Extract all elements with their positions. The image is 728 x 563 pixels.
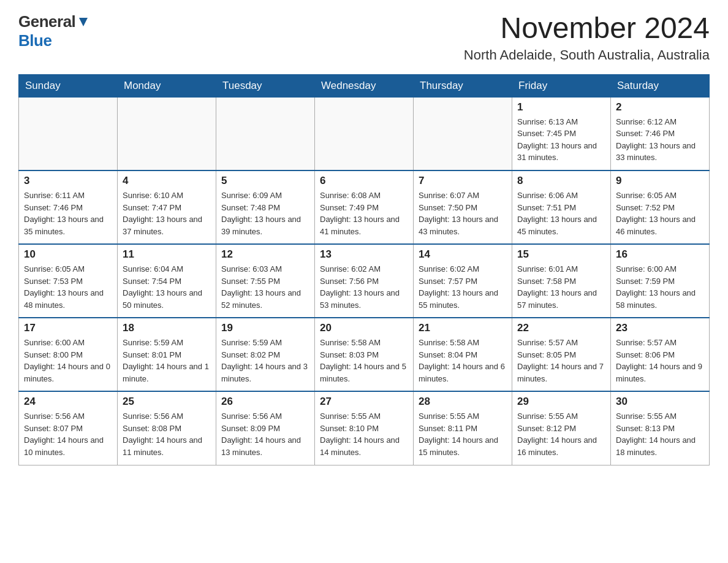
day-number: 1 [517, 101, 605, 113]
day-info: Sunrise: 6:07 AMSunset: 7:50 PMDaylight:… [419, 190, 507, 237]
calendar-cell: 9Sunrise: 6:05 AMSunset: 7:52 PMDaylight… [611, 170, 710, 244]
day-number: 25 [123, 396, 211, 408]
day-info: Sunrise: 5:59 AMSunset: 8:01 PMDaylight:… [123, 337, 211, 385]
calendar-cell: 2Sunrise: 6:12 AMSunset: 7:46 PMDaylight… [611, 97, 710, 170]
day-info: Sunrise: 5:55 AMSunset: 8:12 PMDaylight:… [517, 410, 605, 458]
day-info: Sunrise: 6:09 AMSunset: 7:48 PMDaylight:… [221, 190, 309, 237]
header-friday: Friday [512, 74, 611, 97]
calendar-cell: 12Sunrise: 6:03 AMSunset: 7:55 PMDayligh… [216, 244, 315, 318]
day-number: 24 [24, 396, 112, 408]
day-number: 21 [419, 322, 507, 334]
title-block: November 2024 North Adelaide, South Aust… [464, 12, 710, 63]
day-number: 18 [123, 322, 211, 334]
day-number: 2 [616, 101, 704, 113]
day-number: 15 [517, 248, 605, 261]
calendar-cell: 17Sunrise: 6:00 AMSunset: 8:00 PMDayligh… [19, 318, 118, 391]
day-number: 13 [320, 248, 408, 261]
day-number: 27 [320, 396, 408, 408]
logo-general-text: General [18, 12, 90, 31]
day-number: 17 [24, 322, 112, 334]
day-number: 30 [616, 396, 704, 408]
day-info: Sunrise: 5:59 AMSunset: 8:02 PMDaylight:… [221, 337, 309, 385]
calendar-cell: 5Sunrise: 6:09 AMSunset: 7:48 PMDaylight… [216, 170, 315, 244]
header-tuesday: Tuesday [216, 74, 315, 97]
calendar-cell: 16Sunrise: 6:00 AMSunset: 7:59 PMDayligh… [611, 244, 710, 318]
calendar-cell: 14Sunrise: 6:02 AMSunset: 7:57 PMDayligh… [414, 244, 512, 318]
day-info: Sunrise: 5:57 AMSunset: 8:05 PMDaylight:… [517, 337, 605, 385]
calendar-cell: 23Sunrise: 5:57 AMSunset: 8:06 PMDayligh… [611, 318, 710, 391]
day-number: 3 [24, 175, 112, 187]
day-number: 10 [24, 248, 112, 261]
day-info: Sunrise: 6:05 AMSunset: 7:52 PMDaylight:… [616, 190, 704, 237]
logo-blue-text: Blue [18, 31, 51, 50]
calendar-cell [216, 97, 315, 170]
day-info: Sunrise: 6:00 AMSunset: 7:59 PMDaylight:… [616, 263, 704, 311]
day-info: Sunrise: 6:02 AMSunset: 7:56 PMDaylight:… [320, 263, 408, 311]
day-info: Sunrise: 6:13 AMSunset: 7:45 PMDaylight:… [517, 116, 605, 164]
day-info: Sunrise: 5:55 AMSunset: 8:13 PMDaylight:… [616, 410, 704, 458]
calendar-cell: 30Sunrise: 5:55 AMSunset: 8:13 PMDayligh… [611, 391, 710, 465]
calendar-cell: 7Sunrise: 6:07 AMSunset: 7:50 PMDaylight… [414, 170, 512, 244]
day-number: 20 [320, 322, 408, 334]
day-info: Sunrise: 6:12 AMSunset: 7:46 PMDaylight:… [616, 116, 704, 164]
header-wednesday: Wednesday [315, 74, 414, 97]
day-info: Sunrise: 5:56 AMSunset: 8:08 PMDaylight:… [123, 410, 211, 458]
day-info: Sunrise: 6:00 AMSunset: 8:00 PMDaylight:… [24, 337, 112, 385]
page-header: General Blue November 2024 North Adelaid… [18, 12, 710, 63]
day-info: Sunrise: 6:05 AMSunset: 7:53 PMDaylight:… [24, 263, 112, 311]
logo-triangle-icon [77, 15, 90, 29]
calendar-header-row: Sunday Monday Tuesday Wednesday Thursday… [19, 74, 710, 97]
calendar-cell: 8Sunrise: 6:06 AMSunset: 7:51 PMDaylight… [512, 170, 611, 244]
day-number: 28 [419, 396, 507, 408]
day-info: Sunrise: 5:56 AMSunset: 8:09 PMDaylight:… [221, 410, 309, 458]
calendar-cell: 11Sunrise: 6:04 AMSunset: 7:54 PMDayligh… [118, 244, 216, 318]
day-number: 9 [616, 175, 704, 187]
calendar-cell: 29Sunrise: 5:55 AMSunset: 8:12 PMDayligh… [512, 391, 611, 465]
calendar-cell [414, 97, 512, 170]
day-number: 11 [123, 248, 211, 261]
day-info: Sunrise: 5:55 AMSunset: 8:11 PMDaylight:… [419, 410, 507, 458]
day-number: 5 [221, 175, 309, 187]
logo: General Blue [18, 12, 90, 50]
calendar-cell: 6Sunrise: 6:08 AMSunset: 7:49 PMDaylight… [315, 170, 414, 244]
header-sunday: Sunday [19, 74, 118, 97]
day-number: 7 [419, 175, 507, 187]
calendar-cell: 3Sunrise: 6:11 AMSunset: 7:46 PMDaylight… [19, 170, 118, 244]
day-number: 6 [320, 175, 408, 187]
day-number: 12 [221, 248, 309, 261]
calendar-cell: 19Sunrise: 5:59 AMSunset: 8:02 PMDayligh… [216, 318, 315, 391]
day-number: 19 [221, 322, 309, 334]
calendar-cell: 13Sunrise: 6:02 AMSunset: 7:56 PMDayligh… [315, 244, 414, 318]
calendar-cell: 28Sunrise: 5:55 AMSunset: 8:11 PMDayligh… [414, 391, 512, 465]
calendar-cell: 20Sunrise: 5:58 AMSunset: 8:03 PMDayligh… [315, 318, 414, 391]
header-saturday: Saturday [611, 74, 710, 97]
day-number: 22 [517, 322, 605, 334]
day-number: 23 [616, 322, 704, 334]
day-info: Sunrise: 6:04 AMSunset: 7:54 PMDaylight:… [123, 263, 211, 311]
day-number: 16 [616, 248, 704, 261]
day-number: 14 [419, 248, 507, 261]
day-info: Sunrise: 5:58 AMSunset: 8:03 PMDaylight:… [320, 337, 408, 385]
calendar-cell: 24Sunrise: 5:56 AMSunset: 8:07 PMDayligh… [19, 391, 118, 465]
header-monday: Monday [118, 74, 216, 97]
month-title: November 2024 [464, 12, 710, 45]
day-info: Sunrise: 6:11 AMSunset: 7:46 PMDaylight:… [24, 190, 112, 237]
calendar-cell: 25Sunrise: 5:56 AMSunset: 8:08 PMDayligh… [118, 391, 216, 465]
day-info: Sunrise: 5:58 AMSunset: 8:04 PMDaylight:… [419, 337, 507, 385]
day-info: Sunrise: 5:57 AMSunset: 8:06 PMDaylight:… [616, 337, 704, 385]
svg-marker-0 [79, 18, 88, 26]
day-info: Sunrise: 5:55 AMSunset: 8:10 PMDaylight:… [320, 410, 408, 458]
day-info: Sunrise: 6:06 AMSunset: 7:51 PMDaylight:… [517, 190, 605, 237]
day-info: Sunrise: 6:02 AMSunset: 7:57 PMDaylight:… [419, 263, 507, 311]
day-info: Sunrise: 5:56 AMSunset: 8:07 PMDaylight:… [24, 410, 112, 458]
calendar-cell [315, 97, 414, 170]
location-title: North Adelaide, South Australia, Austral… [464, 47, 710, 63]
calendar-cell: 27Sunrise: 5:55 AMSunset: 8:10 PMDayligh… [315, 391, 414, 465]
calendar-cell: 26Sunrise: 5:56 AMSunset: 8:09 PMDayligh… [216, 391, 315, 465]
day-number: 29 [517, 396, 605, 408]
calendar-cell: 21Sunrise: 5:58 AMSunset: 8:04 PMDayligh… [414, 318, 512, 391]
day-info: Sunrise: 6:08 AMSunset: 7:49 PMDaylight:… [320, 190, 408, 237]
calendar-cell: 22Sunrise: 5:57 AMSunset: 8:05 PMDayligh… [512, 318, 611, 391]
day-number: 26 [221, 396, 309, 408]
calendar-cell [118, 97, 216, 170]
